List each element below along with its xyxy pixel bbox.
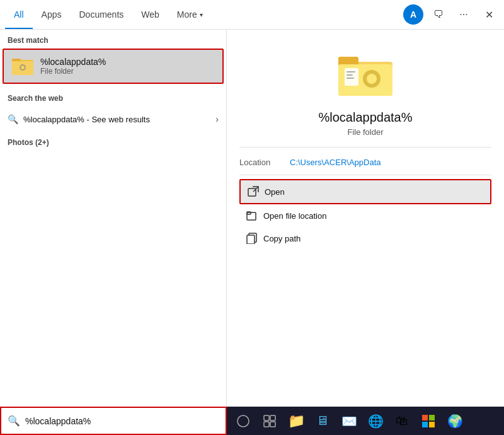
location-label: Location	[239, 158, 290, 167]
svg-rect-24	[270, 422, 275, 427]
left-panel: Best match %localappdata% File folder	[0, 30, 227, 407]
tab-all[interactable]: All	[5, 0, 33, 29]
taskbar-monitor-icon[interactable]: 🖥	[311, 410, 334, 432]
photos-label: Photos (2+)	[0, 134, 226, 151]
right-panel: %localappdata% File folder Location C:\U…	[227, 30, 504, 407]
location-value[interactable]: C:\Users\ACER\AppData	[290, 158, 381, 167]
search-input[interactable]	[25, 416, 219, 426]
web-search-section: 🔍 %localappdata% - See web results ›	[0, 107, 226, 132]
svg-rect-6	[338, 57, 358, 66]
open-file-location-icon	[246, 209, 258, 222]
avatar-button[interactable]: A	[403, 4, 423, 25]
web-search-item[interactable]: 🔍 %localappdata% - See web results ›	[0, 109, 226, 129]
detail-divider2	[239, 175, 491, 175]
tab-more[interactable]: More ▾	[168, 0, 212, 29]
taskbar: 📁 🖥 ✉️ 🌐 🛍 🌍	[227, 407, 504, 435]
svg-rect-13	[346, 78, 354, 79]
svg-rect-22	[270, 415, 275, 420]
taskbar-fileexplorer-icon[interactable]: 📁	[285, 410, 307, 432]
taskbar-taskview-icon[interactable]	[258, 410, 281, 432]
svg-rect-17	[247, 212, 251, 214]
svg-rect-23	[264, 422, 269, 427]
tab-documents[interactable]: Documents	[70, 0, 132, 29]
best-match-title: %localappdata%	[40, 57, 106, 67]
tab-web[interactable]: Web	[132, 0, 168, 29]
svg-point-9	[367, 74, 377, 84]
close-icon: ✕	[485, 9, 493, 21]
copy-path-button[interactable]: Copy path	[239, 227, 491, 250]
open-icon	[247, 185, 260, 198]
open-file-location-button[interactable]: Open file location	[239, 204, 491, 227]
web-item-arrow-icon: ›	[215, 114, 219, 124]
svg-rect-27	[422, 422, 428, 427]
open-file-location-label: Open file location	[263, 211, 326, 221]
detail-title: %localappdata%	[239, 110, 491, 125]
taskbar-edge-icon[interactable]: 🌐	[364, 410, 387, 432]
detail-divider	[239, 147, 491, 148]
feedback-icon: 🗨	[433, 9, 444, 20]
svg-rect-11	[346, 71, 355, 72]
best-match-text: %localappdata% File folder	[40, 57, 106, 76]
open-button[interactable]: Open	[239, 179, 491, 204]
taskbar-chrome-icon[interactable]: 🌍	[444, 410, 466, 432]
best-match-subtitle: File folder	[40, 67, 106, 76]
svg-rect-26	[429, 415, 435, 420]
more-arrow-icon: ▾	[200, 11, 203, 18]
detail-info-row: Location C:\Users\ACER\AppData	[239, 155, 491, 175]
taskbar-windows-icon[interactable]	[417, 410, 440, 432]
web-item-text: %localappdata% - See web results	[23, 115, 150, 124]
more-options-button[interactable]: ···	[454, 4, 474, 25]
svg-rect-12	[346, 74, 353, 76]
svg-rect-25	[422, 415, 428, 420]
copy-path-icon	[246, 232, 258, 245]
close-button[interactable]: ✕	[479, 4, 499, 25]
svg-point-4	[21, 66, 25, 69]
best-match-label: Best match	[0, 30, 226, 49]
folder-icon	[11, 55, 34, 78]
header-right: A 🗨 ··· ✕	[403, 4, 499, 25]
web-search-label: Search the web	[0, 88, 226, 107]
svg-rect-10	[345, 68, 358, 86]
taskbar-search-icon[interactable]	[232, 410, 255, 432]
detail-folder-icon	[337, 50, 394, 98]
search-bar: 🔍	[0, 407, 227, 435]
svg-rect-28	[429, 422, 435, 427]
taskbar-mail-icon[interactable]: ✉️	[338, 410, 360, 432]
open-label: Open	[265, 187, 285, 197]
copy-path-label: Copy path	[263, 234, 301, 243]
detail-subtitle: File folder	[239, 127, 491, 137]
ellipsis-icon: ···	[459, 9, 467, 20]
feedback-button[interactable]: 🗨	[428, 4, 449, 25]
svg-rect-21	[264, 415, 269, 420]
svg-rect-19	[247, 235, 255, 244]
svg-rect-16	[247, 212, 256, 220]
tabs-header: All Apps Documents Web More ▾ A 🗨 ···	[0, 0, 504, 30]
search-circle-icon: 🔍	[8, 114, 18, 124]
taskbar-store-icon[interactable]: 🛍	[391, 410, 413, 432]
best-match-item[interactable]: %localappdata% File folder	[3, 49, 224, 84]
search-bar-icon: 🔍	[8, 415, 20, 427]
photos-section: Photos (2+)	[0, 132, 226, 153]
tab-apps[interactable]: Apps	[33, 0, 71, 29]
content-area: Best match %localappdata% File folder	[0, 30, 504, 407]
svg-point-20	[238, 415, 249, 427]
detail-icon-area	[239, 42, 491, 105]
